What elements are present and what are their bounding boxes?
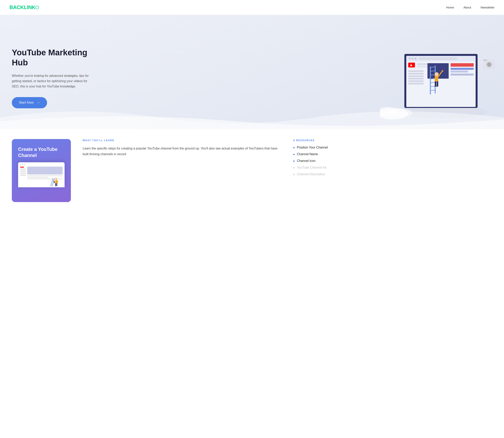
card-person bbox=[20, 179, 63, 187]
start-arrow-icon: → bbox=[36, 101, 40, 105]
resource-label-1: Position Your Channel bbox=[297, 146, 328, 149]
resource-label-5: Channel Description bbox=[297, 173, 325, 176]
resource-label-3: Channel Icon bbox=[297, 159, 315, 163]
nav-about-link[interactable]: About bbox=[463, 6, 471, 9]
mini-bar-red bbox=[20, 167, 24, 168]
learn-section: WHAT YOU'LL LEARN Learn the specific ste… bbox=[83, 139, 281, 157]
logo[interactable]: BACKLINK bbox=[10, 4, 39, 11]
hero-section: YouTube Marketing Hub Whether you're loo… bbox=[0, 15, 504, 129]
nav-links: Home About Newsletter bbox=[446, 6, 494, 9]
svg-rect-37 bbox=[436, 86, 438, 87]
arrow-icon-4: ▶ bbox=[293, 166, 295, 169]
hero-svg-illustration bbox=[380, 37, 498, 125]
svg-point-6 bbox=[412, 58, 414, 60]
svg-point-7 bbox=[415, 58, 417, 60]
svg-point-43 bbox=[389, 109, 412, 117]
mini-sidebar bbox=[20, 167, 26, 179]
bottom-section: Create a YouTube Channel bbox=[0, 129, 504, 212]
channel-card-title: Create a YouTube Channel bbox=[18, 146, 64, 158]
arrow-icon-2: ▶ bbox=[293, 153, 295, 156]
start-now-button[interactable]: Start Now → bbox=[12, 97, 47, 108]
dot-1 bbox=[20, 164, 21, 165]
nav-home-link[interactable]: Home bbox=[446, 6, 454, 9]
svg-rect-34 bbox=[435, 81, 436, 86]
resources-header: 6 RESOURCES bbox=[293, 139, 492, 142]
mini-line-2 bbox=[27, 177, 48, 178]
svg-rect-47 bbox=[483, 59, 487, 61]
svg-rect-20 bbox=[451, 63, 474, 67]
svg-rect-8 bbox=[419, 57, 457, 60]
card-person-svg bbox=[47, 177, 61, 187]
svg-line-56 bbox=[51, 185, 52, 185]
resource-label-2: Channel Name bbox=[297, 153, 318, 156]
list-item: ▶ Channel Description bbox=[293, 173, 492, 176]
card-browser-mockup bbox=[18, 162, 64, 187]
hero-title: YouTube Marketing Hub bbox=[12, 48, 95, 67]
hero-left: YouTube Marketing Hub Whether you're loo… bbox=[12, 48, 95, 108]
mini-bar-4 bbox=[20, 175, 26, 176]
svg-point-5 bbox=[409, 58, 411, 60]
svg-rect-33 bbox=[435, 75, 438, 82]
learn-paragraph-faded: built thriving channels in record bbox=[83, 153, 126, 156]
resource-label-4: YouTube Channel Art bbox=[297, 166, 327, 169]
svg-rect-13 bbox=[408, 70, 423, 72]
svg-rect-23 bbox=[451, 74, 474, 76]
learn-paragraph: Learn the specific steps for creating a … bbox=[83, 146, 281, 157]
svg-rect-49 bbox=[55, 180, 57, 184]
arrow-icon-3: ▶ bbox=[293, 160, 295, 162]
svg-point-38 bbox=[435, 72, 439, 76]
mini-bar-3 bbox=[20, 173, 26, 174]
svg-rect-18 bbox=[408, 83, 423, 85]
arrow-icon-5: ▶ bbox=[293, 173, 295, 176]
resources-section: 6 RESOURCES ▶ Position Your Channel ▶ Ch… bbox=[293, 139, 492, 176]
list-item[interactable]: ▶ Position Your Channel bbox=[293, 146, 492, 149]
mini-thumbnail bbox=[27, 167, 63, 175]
list-item[interactable]: ▶ Channel Icon bbox=[293, 159, 492, 163]
svg-rect-14 bbox=[408, 73, 423, 75]
svg-rect-21 bbox=[451, 68, 474, 70]
learn-section-label: WHAT YOU'LL LEARN bbox=[83, 139, 281, 142]
svg-point-40 bbox=[442, 70, 443, 72]
svg-rect-16 bbox=[408, 78, 423, 79]
svg-point-46 bbox=[487, 63, 491, 66]
mini-bar-2 bbox=[20, 171, 26, 172]
resources-list: ▶ Position Your Channel ▶ Channel Name ▶… bbox=[293, 146, 492, 176]
navbar: BACKLINK Home About Newsletter bbox=[0, 0, 504, 15]
svg-rect-35 bbox=[437, 81, 438, 86]
dot-3 bbox=[24, 164, 25, 165]
svg-rect-36 bbox=[435, 86, 437, 87]
list-item[interactable]: ▶ Channel Name bbox=[293, 153, 492, 156]
nav-newsletter-link[interactable]: Newsletter bbox=[481, 6, 494, 9]
hero-illustration bbox=[95, 33, 492, 123]
arrow-icon-1: ▶ bbox=[293, 146, 295, 149]
browser-dots bbox=[20, 164, 63, 165]
svg-rect-22 bbox=[451, 70, 468, 73]
svg-rect-50 bbox=[55, 183, 56, 186]
svg-rect-17 bbox=[408, 80, 423, 82]
list-item: ▶ YouTube Channel Art bbox=[293, 166, 492, 169]
svg-rect-51 bbox=[56, 183, 57, 186]
logo-o-icon bbox=[35, 6, 39, 9]
dot-2 bbox=[22, 164, 23, 165]
start-now-label: Start Now bbox=[19, 101, 34, 105]
hero-description: Whether you're looking for advanced stra… bbox=[12, 73, 95, 89]
mini-bar-1 bbox=[20, 169, 26, 170]
mini-line-1 bbox=[27, 175, 63, 176]
channel-card[interactable]: Create a YouTube Channel bbox=[12, 139, 71, 202]
svg-rect-15 bbox=[408, 76, 423, 77]
svg-point-48 bbox=[55, 178, 57, 180]
